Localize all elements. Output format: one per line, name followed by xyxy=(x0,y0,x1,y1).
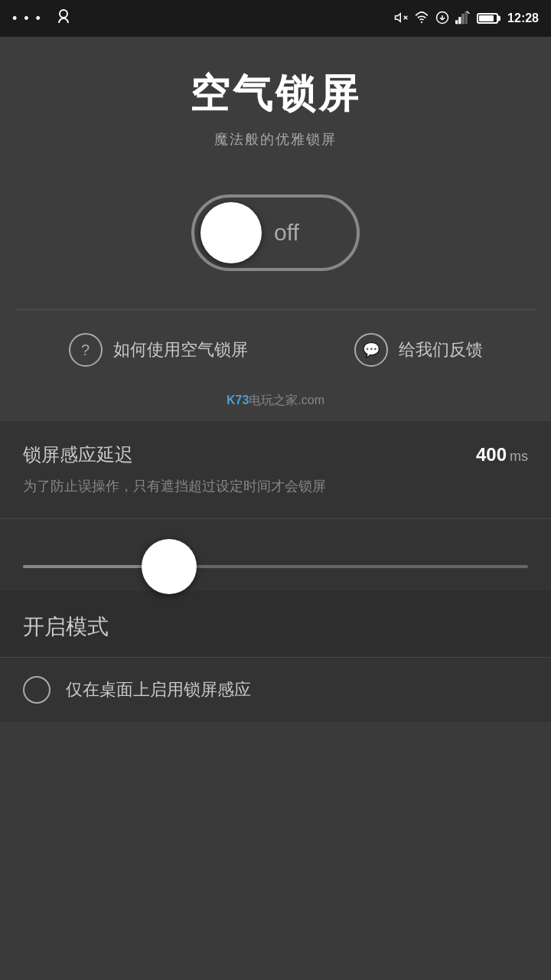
status-bar: • • • xyxy=(0,0,551,37)
feedback-action[interactable]: 💬 给我们反馈 xyxy=(354,333,483,367)
svg-rect-9 xyxy=(455,20,458,24)
watermark-brand: K73 xyxy=(227,394,249,407)
battery-icon xyxy=(477,13,498,24)
status-time: 12:28 xyxy=(507,11,539,25)
feedback-text: 给我们反馈 xyxy=(399,338,483,361)
status-bar-left: • • • xyxy=(12,8,73,29)
svg-marker-1 xyxy=(396,13,401,21)
watermark-text: K73电玩之家.com xyxy=(227,394,324,407)
svg-point-4 xyxy=(421,21,422,22)
wifi-icon xyxy=(414,11,429,27)
delay-description: 为了防止误操作，只有遮挡超过设定时间才会锁屏 xyxy=(23,476,528,497)
app-title: 空气锁屏 xyxy=(15,67,536,121)
toggle-label: off xyxy=(274,220,299,246)
help-icon: ? xyxy=(69,333,103,367)
mode-section-title: 开启模式 xyxy=(23,615,109,639)
power-toggle[interactable]: off xyxy=(191,194,360,271)
slider-track xyxy=(23,565,528,568)
actions-section: ? 如何使用空气锁屏 💬 给我们反馈 xyxy=(0,310,551,390)
watermark: K73电玩之家.com xyxy=(0,390,551,421)
delay-title: 锁屏感应延迟 xyxy=(23,443,133,467)
header-section: 空气锁屏 魔法般的优雅锁屏 xyxy=(0,37,551,172)
delay-setting-header: 锁屏感应延迟 400ms xyxy=(23,443,528,467)
download-icon xyxy=(435,11,449,27)
notification-dots: • • • xyxy=(12,11,42,27)
delay-value: 400ms xyxy=(476,444,528,466)
svg-rect-11 xyxy=(461,14,464,24)
app-icon xyxy=(54,8,73,29)
help-text: 如何使用空气锁屏 xyxy=(113,338,248,361)
svg-rect-12 xyxy=(465,11,468,24)
help-action[interactable]: ? 如何使用空气锁屏 xyxy=(69,333,248,367)
slider-container[interactable] xyxy=(0,519,551,591)
toggle-knob xyxy=(201,202,262,263)
signal-icon xyxy=(455,11,471,27)
radio-circle xyxy=(23,676,51,704)
slider-thumb[interactable] xyxy=(142,539,197,594)
radio-option-desktop[interactable]: 仅在桌面上启用锁屏感应 xyxy=(0,657,551,722)
app-subtitle: 魔法般的优雅锁屏 xyxy=(15,130,536,149)
mute-icon xyxy=(394,11,408,27)
toggle-section: off xyxy=(0,172,551,309)
feedback-icon: 💬 xyxy=(354,333,388,367)
svg-point-0 xyxy=(60,10,67,18)
radio-option-text: 仅在桌面上启用锁屏感应 xyxy=(66,678,251,701)
settings-section: 锁屏感应延迟 400ms 为了防止误操作，只有遮挡超过设定时间才会锁屏 开启模式… xyxy=(0,421,551,722)
status-bar-right: 12:28 xyxy=(394,11,539,27)
svg-rect-10 xyxy=(458,17,461,24)
mode-section-header: 开启模式 xyxy=(0,591,551,657)
delay-setting: 锁屏感应延迟 400ms 为了防止误操作，只有遮挡超过设定时间才会锁屏 xyxy=(0,421,551,519)
